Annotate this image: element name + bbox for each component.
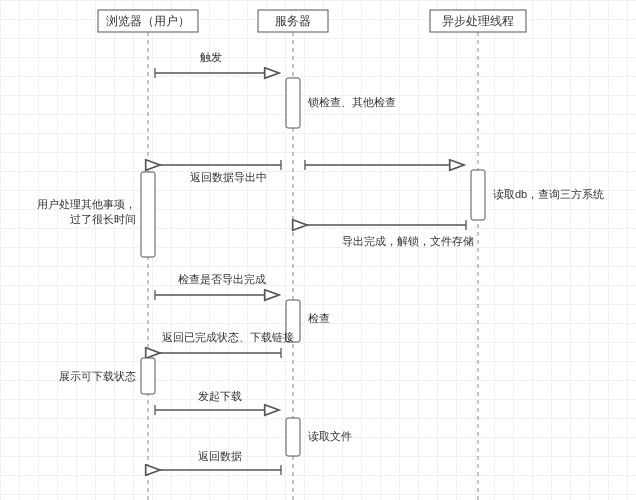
msg-trigger: 触发 bbox=[155, 51, 279, 78]
lane-async-label: 异步处理线程 bbox=[442, 14, 514, 28]
activation-server-lockcheck bbox=[286, 78, 300, 128]
msg-readdb-label: 读取db，查询三方系统 bbox=[493, 188, 604, 200]
lane-browser-label: 浏览器（用户） bbox=[106, 14, 190, 28]
msg-download: 发起下载 bbox=[155, 390, 279, 415]
msg-check-done-label: 检查是否导出完成 bbox=[178, 273, 266, 285]
msg-download-label: 发起下载 bbox=[198, 390, 242, 402]
msg-export-done-label: 导出完成，解锁，文件存储 bbox=[342, 235, 474, 247]
lane-async: 异步处理线程 bbox=[430, 10, 526, 32]
msg-lockcheck-label: 锁检查、其他检查 bbox=[307, 96, 396, 108]
lane-server: 服务器 bbox=[258, 10, 328, 32]
sequence-diagram: 浏览器（用户） 服务器 异步处理线程 触发 锁检查、其他检查 返回数据导出中 读… bbox=[0, 0, 636, 500]
msg-return-data: 返回数据 bbox=[160, 450, 281, 475]
note-userbusy-line1: 用户处理其他事项， bbox=[37, 198, 136, 210]
activation-server-readfile bbox=[286, 418, 300, 456]
msg-to-async bbox=[305, 160, 464, 170]
note-showdownload: 展示可下载状态 bbox=[59, 370, 136, 382]
activation-browser-showdl bbox=[141, 358, 155, 394]
note-userbusy-line2: 过了很长时间 bbox=[70, 213, 136, 225]
msg-return-exporting: 返回数据导出中 bbox=[160, 160, 281, 183]
msg-export-done: 导出完成，解锁，文件存储 bbox=[307, 220, 474, 247]
lane-server-label: 服务器 bbox=[275, 14, 311, 28]
msg-return-done: 返回已完成状态、下载链接 bbox=[160, 331, 294, 358]
msg-return-exporting-label: 返回数据导出中 bbox=[190, 171, 267, 183]
msg-return-data-label: 返回数据 bbox=[198, 450, 242, 462]
activation-async-readdb bbox=[471, 170, 485, 220]
msg-check-label: 检查 bbox=[308, 312, 330, 324]
msg-readfile-label: 读取文件 bbox=[308, 430, 352, 442]
msg-return-done-label: 返回已完成状态、下载链接 bbox=[162, 331, 294, 343]
msg-check-done: 检查是否导出完成 bbox=[155, 273, 279, 300]
activation-browser-busy bbox=[141, 172, 155, 257]
lane-browser: 浏览器（用户） bbox=[98, 10, 198, 32]
msg-trigger-label: 触发 bbox=[200, 51, 222, 63]
